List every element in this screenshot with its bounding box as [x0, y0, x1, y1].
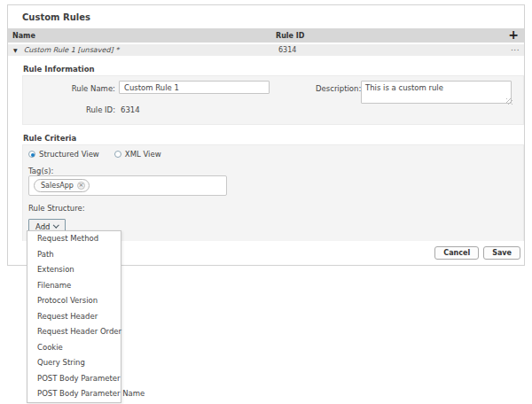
rule-row-name: Custom Rule 1 [unsaved] * — [24, 46, 120, 54]
menu-item-post-body-parameter-name[interactable]: POST Body Parameter Name — [27, 386, 121, 402]
menu-item-extension[interactable]: Extension — [27, 262, 121, 278]
menu-item-path[interactable]: Path — [27, 247, 121, 263]
radio-structured-view[interactable]: Structured View — [28, 150, 99, 159]
rule-criteria-heading: Rule Criteria — [23, 134, 524, 143]
rule-row[interactable]: ▼ Custom Rule 1 [unsaved] * 6314 ... — [8, 44, 524, 56]
menu-item-protocol-version[interactable]: Protocol Version — [27, 293, 121, 309]
radio-selected-icon[interactable] — [28, 151, 35, 158]
menu-item-filename[interactable]: Filename — [27, 278, 121, 294]
column-header-rule-id: Rule ID — [276, 32, 304, 40]
row-actions-ellipsis-icon[interactable]: ... — [511, 43, 520, 52]
add-rule-plus-icon[interactable]: + — [508, 28, 519, 42]
page-title: Custom Rules — [22, 12, 90, 22]
menu-item-post-body-parameter[interactable]: POST Body Parameter — [27, 371, 121, 387]
rule-name-input[interactable] — [119, 81, 270, 94]
save-button[interactable]: Save — [483, 246, 520, 260]
collapse-triangle-icon[interactable]: ▼ — [13, 48, 18, 53]
rules-table-header: Name Rule ID + — [8, 28, 524, 43]
radio-unselected-icon[interactable] — [114, 151, 121, 158]
tag-remove-icon[interactable]: × — [77, 182, 85, 190]
tags-label: Tag(s): — [28, 167, 53, 175]
rule-name-label: Rule Name: — [23, 84, 115, 93]
menu-item-query-string[interactable]: Query String — [27, 355, 121, 371]
rule-criteria-section: Structured View XML View Tag(s): SalesAp… — [22, 144, 524, 244]
rule-information-section: Rule Name: Description: This is a custom… — [22, 75, 524, 125]
rule-structure-label: Rule Structure: — [28, 204, 85, 213]
menu-item-request-method[interactable]: Request Method — [27, 231, 121, 247]
rule-id-value: 6314 — [121, 105, 140, 114]
description-textarea[interactable]: This is a custom rule — [361, 81, 512, 104]
menu-item-cookie[interactable]: Cookie — [27, 340, 121, 356]
column-header-name: Name — [12, 32, 35, 40]
chevron-down-icon — [54, 222, 59, 228]
view-mode-radio-group: Structured View XML View — [28, 150, 161, 159]
textarea-resize-grip-icon[interactable] — [506, 98, 512, 105]
page: Custom Rules Name Rule ID + ▼ Custom Rul… — [0, 0, 532, 404]
cancel-button[interactable]: Cancel — [434, 246, 479, 260]
radio-xml-view[interactable]: XML View — [114, 150, 161, 159]
tag-pill: SalesApp × — [34, 179, 90, 192]
add-dropdown-menu: Request Method Path Extension Filename P… — [27, 230, 121, 403]
rule-information-heading: Rule Information — [23, 65, 524, 74]
tag-label: SalesApp — [41, 182, 74, 190]
description-label: Description: — [316, 84, 361, 93]
rule-id-label: Rule ID: — [23, 105, 115, 114]
custom-rules-panel: Custom Rules Name Rule ID + ▼ Custom Rul… — [7, 4, 525, 266]
rule-row-id: 6314 — [278, 46, 296, 54]
panel-title-bar: Custom Rules — [8, 5, 524, 28]
menu-item-request-header[interactable]: Request Header — [27, 309, 121, 325]
menu-item-request-header-order[interactable]: Request Header Order — [27, 324, 121, 340]
tags-input[interactable]: SalesApp × — [28, 175, 227, 196]
